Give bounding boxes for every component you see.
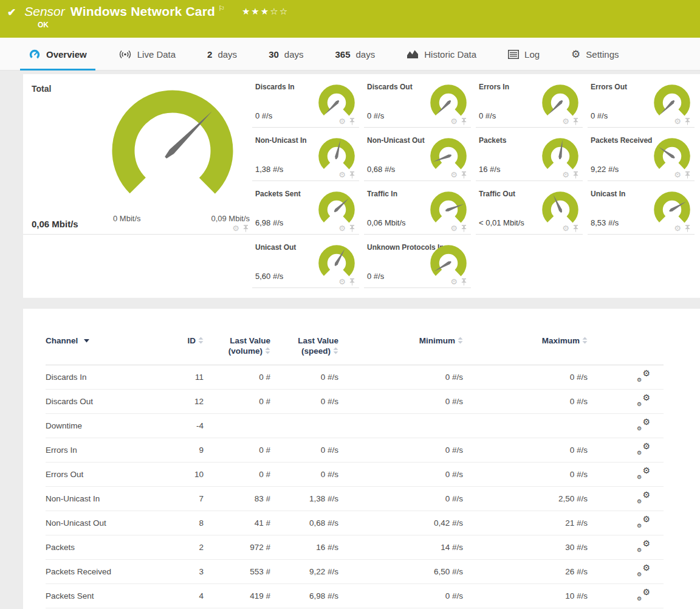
tab-historic-data[interactable]: Historic Data [398,38,485,71]
gauge-settings-icon[interactable]: ⚙ [338,224,346,232]
gear-icon: ⚙ [642,490,650,500]
gauge-pin-icon[interactable] [349,278,355,286]
tab-overview[interactable]: Overview [20,38,95,71]
gauge-settings-icon[interactable]: ⚙ [450,224,458,232]
gauge-pin-icon[interactable] [461,171,467,179]
gauge-pin-icon[interactable] [573,225,578,232]
table-row: Errors Out100 #0 #/s0 #/s0 #/s⚙⚙ [46,463,664,487]
small-gauge-cell: Unknown Protocols In0 #/s⚙ [364,235,471,288]
column-header-maximum[interactable]: Maximum [463,335,588,346]
channel-settings-button[interactable]: ⚙⚙ [637,394,650,407]
gear-icon: ⚙ [637,571,642,577]
gauge-settings-icon[interactable]: ⚙ [562,171,569,179]
gauge-canvas [317,83,356,117]
gauge-settings-icon[interactable]: ⚙ [562,224,569,232]
gauge-pin-icon[interactable] [685,225,690,232]
settings-gear-icon: ⚙ [571,48,580,61]
tab-settings[interactable]: ⚙ Settings [563,38,627,71]
column-header-channel[interactable]: Channel [46,335,176,346]
channel-name: Packets Received [46,567,176,576]
gauge-pin-icon[interactable] [349,225,355,232]
last-value-speed: 0 #/s [270,446,338,455]
gauge-settings-icon[interactable]: ⚙ [450,171,458,179]
channel-id: 3 [176,567,204,576]
last-value-volume: 0 # [204,470,270,479]
channels-panel: Channel ID Last Value (volume) Last Valu… [23,309,700,609]
channel-name: Downtime [46,421,176,430]
channel-id: 11 [176,373,204,382]
gauge-pin-icon[interactable] [349,118,355,125]
gauge-settings-icon[interactable]: ⚙ [232,224,239,232]
gauge-settings-icon[interactable]: ⚙ [674,171,681,179]
gauge-pin-icon[interactable] [685,118,690,125]
gauge-settings-icon[interactable]: ⚙ [674,117,681,125]
gauge-pin-icon[interactable] [461,118,467,125]
small-gauge-cell: Discards Out0 #/s⚙ [364,74,471,128]
rating-stars[interactable]: ★★★☆☆ [242,6,289,17]
gauge-settings-icon[interactable]: ⚙ [674,224,681,232]
tab-365-days[interactable]: 365 days [327,38,384,71]
flag-icon[interactable]: ⚐ [218,4,225,13]
small-gauge-cell: Unicast In8,53 #/s⚙ [588,181,695,235]
tab-365-days-number: 365 [335,49,351,60]
total-gauge-canvas [108,86,237,196]
gear-icon: ⚙ [642,441,650,451]
channel-settings-button[interactable]: ⚙⚙ [637,419,650,431]
gauge-pin-icon[interactable] [685,171,690,179]
channel-settings-button[interactable]: ⚙⚙ [637,370,650,382]
minimum-value: 0 #/s [338,397,463,406]
gauge-settings-icon[interactable]: ⚙ [562,117,569,125]
tab-bar: Overview Live Data 2 days 30 days 365 da… [0,38,700,71]
last-value-speed: 16 #/s [270,543,338,552]
gauge-pin-icon[interactable] [461,225,467,232]
minimum-value: 0 #/s [338,494,463,503]
column-header-last-value-speed[interactable]: Last Value (speed) [270,335,338,356]
gauge-settings-icon[interactable]: ⚙ [450,117,458,125]
overview-content: Total 0,06 Mbit/s 0 Mbit/s 0,09 Mbit/s ⚙… [0,71,700,609]
channel-settings-button[interactable]: ⚙⚙ [637,467,650,480]
small-gauge-cell: Errors Out0 #/s⚙ [588,74,695,128]
column-header-id[interactable]: ID [176,335,204,346]
last-value-volume: 0 # [204,446,270,455]
table-row: Discards In110 #0 #/s0 #/s0 #/s⚙⚙ [46,365,664,390]
gauge-pin-icon[interactable] [349,171,355,179]
channel-settings-button[interactable]: ⚙⚙ [637,565,650,577]
last-value-speed: 0,68 #/s [270,518,338,528]
gauge-settings-icon[interactable]: ⚙ [338,278,346,286]
column-header-minimum[interactable]: Minimum [338,335,463,346]
last-value-volume: 83 # [204,494,270,503]
minimum-value: 0 #/s [338,446,463,455]
gear-icon: ⚙ [637,377,642,383]
gauge-settings-icon[interactable]: ⚙ [338,171,346,179]
gauge-settings-icon[interactable]: ⚙ [450,278,458,286]
gauge-settings-icon[interactable]: ⚙ [338,117,346,125]
minimum-value: 0,42 #/s [338,518,463,528]
tab-2-days[interactable]: 2 days [199,38,245,71]
maximum-value: 10 #/s [463,591,588,600]
column-header-last-value-volume[interactable]: Last Value (volume) [204,335,270,356]
gauge-canvas [541,190,580,224]
gauge-pin-icon[interactable] [243,225,249,232]
sort-icon [333,347,338,354]
gauge-canvas [429,244,468,277]
tab-overview-label: Overview [46,49,87,60]
gear-icon: ⚙ [637,547,642,553]
tab-log[interactable]: Log [499,38,548,71]
tab-30-days[interactable]: 30 days [260,38,312,71]
channel-settings-button[interactable]: ⚙⚙ [637,540,650,552]
sensor-header: ✔ Sensor Windows Network Card ⚐ ★★★☆☆ OK [0,0,700,38]
last-value-speed: 0 #/s [270,470,338,479]
gauge-pin-icon[interactable] [461,278,467,286]
status-check-icon: ✔ [7,6,16,19]
channel-settings-button[interactable]: ⚙⚙ [637,516,650,528]
channel-id: -4 [176,421,204,430]
channel-settings-button[interactable]: ⚙⚙ [637,589,650,601]
live-data-icon [118,49,132,60]
gauge-pin-icon[interactable] [573,118,578,125]
channel-settings-button[interactable]: ⚙⚙ [637,443,650,455]
tab-live-data[interactable]: Live Data [110,38,184,71]
gauge-canvas [541,137,580,170]
channel-settings-button[interactable]: ⚙⚙ [637,492,650,504]
gauge-pin-icon[interactable] [573,171,578,179]
tab-30-days-number: 30 [269,49,279,60]
